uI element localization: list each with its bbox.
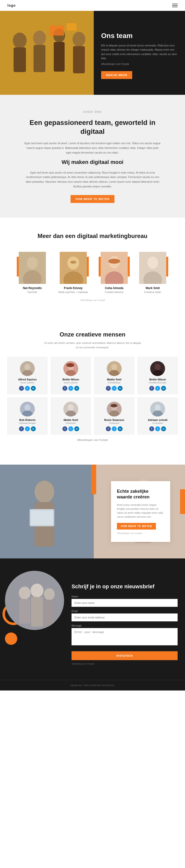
twitter-icon[interactable]: t [155, 386, 160, 391]
svg-rect-2 [13, 48, 26, 72]
message-field-group: Message [71, 624, 178, 646]
hamburger-menu[interactable] [172, 4, 178, 7]
member-role: Mede-oprichter + makelaar [54, 291, 93, 293]
twitter-icon[interactable]: t [112, 386, 117, 391]
footer-text: Sample text. Click to select the Text El… [7, 684, 178, 687]
email-field-group: Email [71, 610, 178, 621]
hero-image-left [0, 11, 94, 95]
svg-point-60 [19, 587, 31, 599]
hero-cta-button[interactable]: BEKIJK MEER [101, 71, 132, 79]
navbar: logo [0, 0, 185, 11]
svg-rect-9 [49, 26, 64, 36]
newsletter-heading: Schrijf je in op onze nieuwsbrief [71, 583, 178, 590]
twitter-icon[interactable]: t [155, 426, 160, 431]
creative-name: Adriaan schold [141, 418, 175, 422]
hero-title: Ons team [101, 32, 178, 40]
hero-content: Ons team Elit ut aliquam purus sit amet … [94, 11, 185, 95]
svg-point-3 [33, 31, 46, 45]
svg-point-64 [44, 588, 55, 600]
main-team-heading: Meer dan een digitaal marketingbureau [10, 232, 175, 240]
twitter-icon[interactable]: t [112, 426, 117, 431]
newsletter-form-area: Schrijf je in op onze nieuwsbrief Name E… [71, 573, 178, 665]
svg-rect-8 [73, 46, 85, 73]
twitter-icon[interactable]: t [68, 426, 73, 431]
creative-role: Ontwerper [97, 422, 131, 424]
about-label: Over ons [24, 110, 161, 114]
creative-grid-row2: Bob Roberts Verkoopmanager f t in Mattie… [7, 398, 178, 434]
facebook-icon[interactable]: f [19, 426, 24, 431]
creative-card-bob: Bob Roberts Verkoopmanager f t in [7, 398, 48, 434]
twitter-icon[interactable]: t [25, 426, 30, 431]
name-label: Name [71, 595, 178, 598]
name-field-group: Name [71, 595, 178, 607]
creative-name: Alfred Squires [10, 378, 44, 381]
twitter-icon[interactable]: t [25, 386, 30, 391]
value-heading: Echte zakelijke waarde creëren [117, 489, 164, 500]
svg-point-49 [155, 404, 161, 411]
twitter-icon[interactable]: t [68, 386, 73, 391]
linkedin-icon[interactable]: in [31, 426, 36, 431]
linkedin-icon[interactable]: in [74, 386, 79, 391]
main-team-grid: Nat Reynolds Oprichter Frank Kinney Mede… [10, 249, 175, 296]
member-name: Mark Smit [135, 286, 170, 290]
about-cta-button[interactable]: HOM MEER TE WETEN [70, 195, 114, 203]
facebook-icon[interactable]: f [19, 386, 24, 391]
svg-point-16 [70, 261, 76, 264]
hero-section: Ons team Elit ut aliquam purus sit amet … [0, 11, 185, 95]
svg-point-12 [27, 257, 38, 269]
about-body1: Eget sed lorem quis auctor sit amet. Lor… [24, 141, 161, 155]
hero-credit: Afbeeldingen van Freepik [101, 62, 178, 66]
creative-name: Bob Roberts [10, 418, 44, 422]
creative-card-bettie2: Bettie Nilson Hoofdboekhouder f t in [137, 357, 178, 394]
footer: Sample text. Click to select the Text El… [0, 680, 185, 690]
submit-button[interactable]: INDIENEN [71, 651, 178, 660]
creative-body: Ut enim ad minim veniam, quis nostrud ex… [43, 341, 142, 349]
creative-card-alfred: Alfred Squires Senior partner f t in [7, 357, 48, 394]
creative-name: Mattie Smit [97, 378, 131, 381]
svg-rect-61 [19, 599, 30, 624]
creative-name: Roxie Swanson [97, 418, 131, 422]
logo[interactable]: logo [7, 3, 16, 7]
value-cta-button[interactable]: HOM MEER TE WETEN [117, 523, 156, 530]
facebook-icon[interactable]: f [62, 386, 67, 391]
value-card: Echte zakelijke waarde creëren Amet luct… [111, 481, 170, 542]
about-heading: Een gepassioneerd team, geworteld in dig… [20, 118, 165, 136]
facebook-icon[interactable]: f [149, 426, 154, 431]
linkedin-icon[interactable]: in [161, 386, 166, 391]
facebook-icon[interactable]: f [106, 426, 111, 431]
member-name: Celia Almeda [97, 286, 131, 290]
svg-rect-4 [34, 45, 45, 72]
svg-point-30 [66, 363, 74, 367]
member-role: Creatieve leider [135, 291, 170, 293]
about-section: Over ons Een gepassioneerd team, geworte… [0, 95, 185, 218]
creative-role: Ontwikkelaar [97, 381, 131, 384]
creative-role: Ontwerper [54, 422, 88, 424]
linkedin-icon[interactable]: in [74, 426, 79, 431]
email-input[interactable] [71, 614, 178, 621]
svg-point-7 [72, 32, 85, 46]
facebook-icon[interactable]: f [106, 386, 111, 391]
facebook-icon[interactable]: f [149, 386, 154, 391]
linkedin-icon[interactable]: in [118, 386, 123, 391]
svg-point-23 [147, 256, 158, 269]
creative-card-bettie: Bettie Nilson Senior partner f t in [51, 357, 91, 394]
main-team-section: Meer dan een digitaal marketingbureau Na… [0, 218, 185, 316]
name-input[interactable] [71, 599, 178, 607]
creative-grid-row1: Alfred Squires Senior partner f t in Bet… [7, 357, 178, 394]
svg-rect-63 [31, 597, 43, 626]
newsletter-image [5, 571, 64, 630]
newsletter-section: Schrijf je in op onze nieuwsbrief Name E… [0, 558, 185, 680]
svg-point-62 [31, 584, 43, 597]
value-credit: Afbeeldingen van Freepik [117, 532, 164, 534]
linkedin-icon[interactable]: in [118, 426, 123, 431]
svg-point-39 [24, 404, 30, 411]
linkedin-icon[interactable]: in [31, 386, 36, 391]
message-input[interactable] [71, 628, 178, 645]
team-member-celia: Celia Almeda Creatief adviseur [97, 252, 131, 293]
svg-rect-10 [67, 23, 76, 31]
value-body: Amet luctus venenatis lectus magna fring… [117, 503, 164, 519]
facebook-icon[interactable]: f [62, 426, 67, 431]
member-role: Creatief adviseur [97, 291, 131, 293]
linkedin-icon[interactable]: in [161, 426, 166, 431]
email-label: Email [71, 610, 178, 613]
